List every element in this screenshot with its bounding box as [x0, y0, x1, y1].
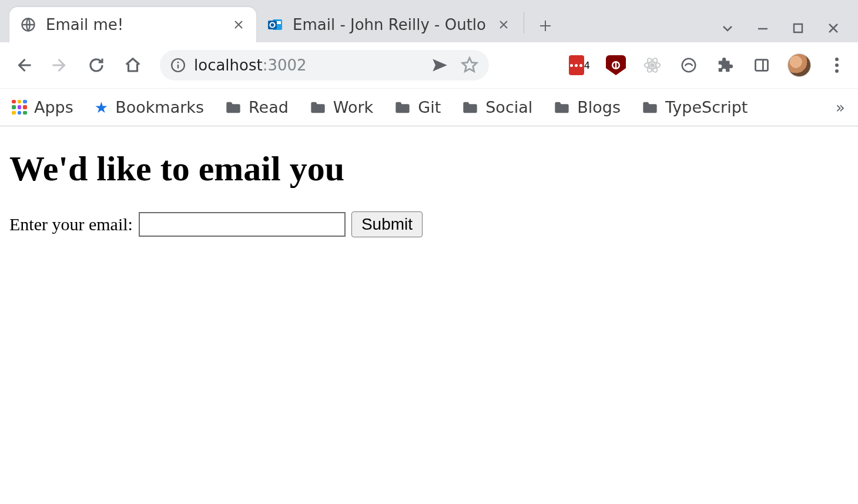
bookmark-git[interactable]: Git [394, 98, 441, 116]
toolbar-extensions: 4 [569, 53, 847, 77]
svg-point-7 [177, 62, 179, 63]
svg-point-17 [835, 69, 839, 73]
bookmark-label: Work [333, 98, 373, 116]
window-controls [719, 20, 853, 42]
site-info-icon[interactable] [170, 58, 186, 73]
home-button[interactable] [120, 52, 146, 78]
bookmark-read[interactable]: Read [225, 98, 289, 116]
forward-button[interactable] [47, 52, 73, 78]
tab-strip: Email me! Email - John Reilly - Outlo [0, 0, 858, 42]
extension-badge: 4 [584, 60, 590, 71]
bookmarks-apps[interactable]: Apps [12, 98, 73, 116]
profile-avatar[interactable] [787, 53, 811, 77]
tab-email-me[interactable]: Email me! [9, 7, 256, 42]
email-label: Enter your email: [9, 214, 133, 234]
svg-point-13 [682, 59, 696, 72]
side-panel-icon[interactable] [751, 55, 772, 76]
bookmark-label: Apps [34, 98, 73, 116]
new-tab-button[interactable] [534, 14, 557, 38]
extensions-menu-icon[interactable] [715, 55, 736, 76]
globe-icon [20, 16, 36, 33]
folder-icon [394, 100, 411, 115]
bookmark-star-icon[interactable] [461, 56, 478, 74]
url-port: :3002 [263, 56, 307, 74]
submit-button[interactable]: Submit [351, 211, 423, 237]
bookmark-social[interactable]: Social [462, 98, 532, 116]
bookmark-label: Git [418, 98, 441, 116]
close-icon[interactable] [230, 16, 247, 33]
star-icon: ★ [95, 99, 108, 116]
folder-icon [642, 100, 658, 115]
url-host: localhost [194, 56, 263, 74]
reload-button[interactable] [83, 52, 109, 78]
bookmark-label: Bookmarks [115, 98, 204, 116]
window-close-button[interactable] [825, 20, 842, 36]
outlook-icon [267, 16, 283, 33]
bookmark-label: Read [249, 98, 289, 116]
toolbar: localhost:3002 4 [0, 42, 858, 88]
tab-outlook[interactable]: Email - John Reilly - Outlo [256, 7, 521, 42]
page-content: We'd like to email you Enter your email:… [0, 126, 858, 254]
tab-title: Email - John Reilly - Outlo [293, 16, 486, 33]
email-input[interactable] [139, 212, 346, 237]
maximize-button[interactable] [790, 20, 806, 36]
lastpass-extension-icon[interactable]: 4 [569, 55, 590, 76]
svg-rect-5 [794, 24, 802, 32]
bookmark-work[interactable]: Work [310, 98, 373, 116]
url-text: localhost:3002 [194, 56, 307, 74]
folder-icon [225, 100, 242, 115]
bookmark-label: TypeScript [665, 98, 748, 116]
close-icon[interactable] [495, 16, 512, 33]
svg-rect-3 [268, 21, 277, 29]
svg-rect-14 [756, 60, 768, 71]
bookmark-blogs[interactable]: Blogs [554, 98, 621, 116]
folder-icon [554, 100, 570, 115]
bookmark-label: Blogs [577, 98, 621, 116]
bookmarks-bar: Apps ★ Bookmarks Read Work Git Social Bl… [0, 88, 858, 126]
apps-grid-icon [12, 100, 27, 115]
bookmark-label: Social [485, 98, 532, 116]
page-heading: We'd like to email you [9, 149, 849, 189]
svg-point-9 [651, 63, 653, 66]
email-form: Enter your email: Submit [9, 211, 849, 237]
bookmarks-overflow-button[interactable]: » [836, 99, 846, 116]
folder-icon [462, 100, 478, 115]
back-button[interactable] [11, 52, 36, 78]
tab-search-button[interactable] [719, 20, 736, 36]
kebab-menu-icon[interactable] [826, 55, 847, 76]
browser-chrome: Email me! Email - John Reilly - Outlo [0, 0, 858, 126]
tab-separator [524, 12, 524, 33]
extension-icon[interactable] [678, 55, 699, 76]
ublock-extension-icon[interactable] [605, 55, 626, 76]
address-bar[interactable]: localhost:3002 [160, 50, 489, 80]
send-icon[interactable] [431, 57, 448, 73]
folder-icon [310, 100, 326, 115]
svg-point-15 [835, 58, 839, 61]
bookmark-bookmarks[interactable]: ★ Bookmarks [95, 98, 204, 116]
react-devtools-extension-icon[interactable] [642, 55, 663, 76]
tab-title: Email me! [46, 16, 221, 33]
svg-point-16 [835, 63, 839, 67]
minimize-button[interactable] [755, 20, 771, 36]
bookmark-typescript[interactable]: TypeScript [642, 98, 748, 116]
